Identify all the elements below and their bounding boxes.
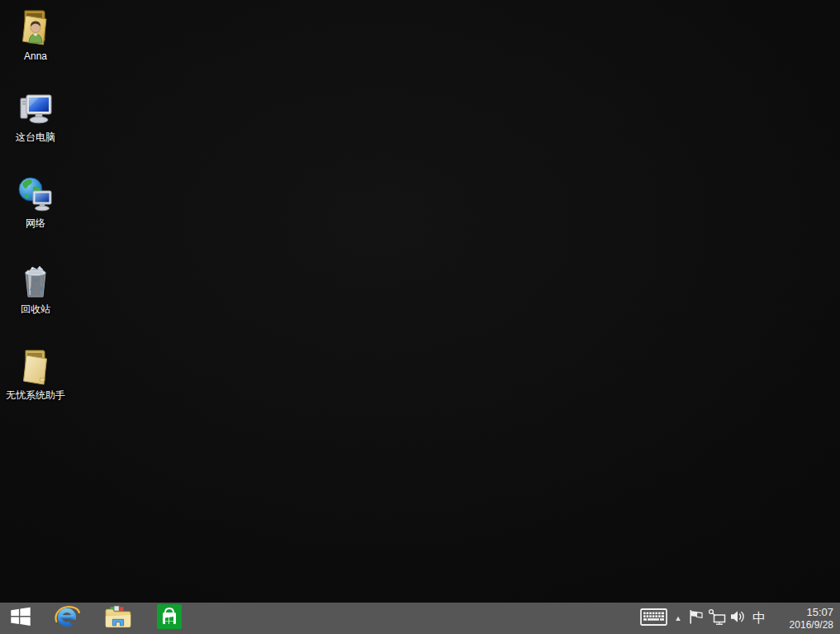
clock-button[interactable]: 15:07 2016/9/28 [771,603,840,634]
file-explorer-icon [104,604,132,632]
network-status-icon [708,608,727,629]
taskbar-button-file-explorer[interactable] [93,603,144,634]
ime-indicator-button[interactable]: 中 [747,603,771,634]
desktop[interactable]: Anna [0,0,840,634]
clock-time: 15:07 [806,606,833,619]
internet-explorer-icon [53,603,81,634]
clock-date: 2016/9/28 [790,619,833,632]
ime-language-indicator: 中 [752,612,766,625]
touch-keyboard-button[interactable] [637,603,670,634]
system-tray: ▲ [637,603,840,634]
desktop-icon-recycle-bin[interactable]: 回收站 [0,260,71,336]
desktop-icon-label: 这台电脑 [16,131,55,143]
recycle-bin-icon [15,260,56,301]
user-folder-icon [15,7,56,48]
taskbar: ▲ [0,603,840,634]
taskbar-button-internet-explorer[interactable] [41,603,93,634]
network-places-icon [15,174,56,215]
touch-keyboard-icon [640,608,667,629]
desktop-icon-label: Anna [24,50,47,62]
network-status-button[interactable] [706,603,728,634]
desktop-icon-anna[interactable]: Anna [0,7,71,83]
chevron-up-icon: ▲ [675,615,682,622]
folder-icon [15,346,56,387]
taskbar-button-windows-store[interactable] [144,603,195,634]
desktop-icon-label: 回收站 [21,303,50,315]
flag-icon [689,608,704,628]
desktop-icon-network[interactable]: 网络 [0,174,71,250]
show-hidden-icons-button[interactable]: ▲ [670,603,686,634]
windows-start-icon [8,604,33,632]
desktop-icon-label: 网络 [26,217,45,229]
desktop-icon-wuyou-helper[interactable]: 无忧系统助手 [0,346,71,422]
action-center-button[interactable] [686,603,706,634]
speaker-icon [729,609,747,627]
this-pc-icon [15,88,56,129]
desktop-icon-label: 无忧系统助手 [6,389,65,401]
desktop-icon-this-pc[interactable]: 这台电脑 [0,88,71,164]
volume-button[interactable] [728,603,747,634]
start-button[interactable] [0,603,41,634]
windows-store-icon [156,603,183,633]
